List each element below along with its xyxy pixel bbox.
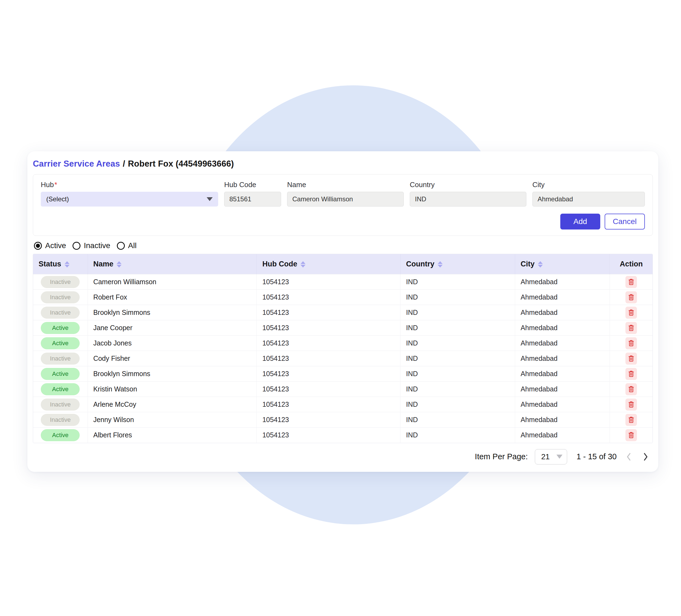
city-cell: Ahmedabad [515, 290, 610, 305]
name-cell: Brooklyn Simmons [87, 366, 257, 381]
table-row: ActiveBrooklyn Simmons1054123INDAhmedaba… [33, 366, 653, 381]
required-asterisk: * [54, 181, 57, 189]
status-filter-radio-inactive[interactable]: Inactive [73, 241, 110, 250]
hub-code-cell: 1054123 [257, 381, 400, 397]
delete-button[interactable] [626, 414, 637, 426]
name-cell: Jane Cooper [87, 320, 257, 336]
name-cell: Albert Flores [87, 428, 257, 443]
country-cell: IND [400, 397, 515, 412]
column-header-label: Hub Code [262, 260, 297, 268]
delete-button[interactable] [626, 306, 637, 319]
chevron-left-icon [624, 451, 634, 463]
table-row: InactiveCameron Williamson1054123INDAhme… [33, 274, 653, 290]
name-field-group: Name [287, 181, 404, 207]
hub-select-value: (Select) [46, 195, 69, 203]
table-row: ActiveAlbert Flores1054123INDAhmedabad [33, 428, 653, 443]
radio-label: Inactive [84, 241, 110, 250]
trash-icon [628, 431, 635, 439]
status-cell: Active [33, 320, 87, 336]
breadcrumb-current: Robert Fox (44549963666) [128, 159, 234, 168]
status-cell: Inactive [33, 305, 87, 320]
delete-button[interactable] [626, 322, 637, 334]
column-header-hub-code[interactable]: Hub Code [257, 254, 400, 274]
city-input [532, 192, 645, 207]
country-cell: IND [400, 351, 515, 366]
country-cell: IND [400, 412, 515, 428]
column-header-city[interactable]: City [515, 254, 610, 274]
status-cell: Active [33, 366, 87, 381]
delete-button[interactable] [626, 429, 637, 441]
delete-button[interactable] [626, 337, 637, 349]
cancel-button[interactable]: Cancel [605, 214, 645, 230]
country-cell: IND [400, 366, 515, 381]
table-row: ActiveKristin Watson1054123INDAhmedabad [33, 381, 653, 397]
trash-icon [628, 278, 635, 286]
status-badge: Inactive [41, 353, 80, 365]
next-page-button[interactable] [641, 451, 651, 463]
action-cell [610, 428, 653, 443]
delete-button[interactable] [626, 399, 637, 410]
table-row: InactiveJenny Wilson1054123INDAhmedabad [33, 412, 653, 428]
column-header-label: Status [39, 260, 61, 268]
city-cell: Ahmedabad [515, 305, 610, 320]
country-field-group: Country [410, 181, 526, 207]
status-cell: Inactive [33, 351, 87, 366]
hub-select[interactable]: (Select) [41, 192, 218, 207]
name-input [287, 192, 404, 207]
status-cell: Inactive [33, 274, 87, 290]
status-badge: Active [41, 368, 80, 380]
status-filter-radio-active[interactable]: Active [34, 241, 66, 250]
sort-arrows-icon [301, 261, 305, 268]
column-header-name[interactable]: Name [87, 254, 257, 274]
hub-code-cell: 1054123 [257, 397, 400, 412]
column-header-country[interactable]: Country [400, 254, 515, 274]
column-header-label: City [521, 260, 534, 268]
status-badge: Inactive [41, 306, 80, 319]
hub-code-cell: 1054123 [257, 336, 400, 351]
country-cell: IND [400, 305, 515, 320]
delete-button[interactable] [626, 291, 637, 303]
sort-arrows-icon [438, 261, 443, 268]
status-filter-radio-all[interactable]: All [117, 241, 136, 250]
delete-button[interactable] [626, 383, 637, 395]
radio-selected-icon [34, 242, 42, 250]
action-cell [610, 381, 653, 397]
breadcrumb: Carrier Service Areas/Robert Fox (445499… [33, 159, 653, 169]
column-header-status[interactable]: Status [33, 254, 87, 274]
items-per-page-select[interactable]: 21 [535, 449, 567, 464]
action-cell [610, 366, 653, 381]
add-service-area-form: Hub* (Select) Hub Code Name Country [33, 174, 653, 236]
service-areas-table: StatusNameHub CodeCountryCityAction Inac… [33, 254, 653, 443]
action-cell [610, 412, 653, 428]
delete-button[interactable] [626, 368, 637, 380]
action-cell [610, 351, 653, 366]
status-badge: Inactive [41, 399, 80, 410]
chevron-right-icon [641, 451, 651, 463]
column-header-label: Name [93, 260, 114, 268]
action-cell [610, 290, 653, 305]
items-per-page-label: Item Per Page: [475, 452, 528, 461]
form-actions: Add Cancel [41, 214, 645, 230]
trash-icon [628, 294, 635, 301]
country-label: Country [410, 181, 526, 189]
radio-unselected-icon [73, 242, 80, 250]
service-areas-table-wrap: StatusNameHub CodeCountryCityAction Inac… [33, 254, 653, 443]
trash-icon [628, 385, 635, 393]
status-badge: Active [41, 429, 80, 441]
column-header-label: Country [406, 260, 434, 268]
sort-arrows-icon [117, 261, 122, 268]
prev-page-button[interactable] [624, 451, 634, 463]
add-button[interactable]: Add [560, 214, 600, 230]
country-cell: IND [400, 381, 515, 397]
pagination-bar: Item Per Page: 21 1 - 15 of 30 [33, 449, 653, 464]
status-cell: Inactive [33, 412, 87, 428]
table-row: InactiveCody Fisher1054123INDAhmedabad [33, 351, 653, 366]
name-cell: Jacob Jones [87, 336, 257, 351]
delete-button[interactable] [626, 353, 637, 365]
country-cell: IND [400, 320, 515, 336]
table-body: InactiveCameron Williamson1054123INDAhme… [33, 274, 653, 443]
country-cell: IND [400, 290, 515, 305]
action-cell [610, 397, 653, 412]
breadcrumb-link-carrier-service-areas[interactable]: Carrier Service Areas [33, 159, 120, 168]
delete-button[interactable] [626, 276, 637, 288]
